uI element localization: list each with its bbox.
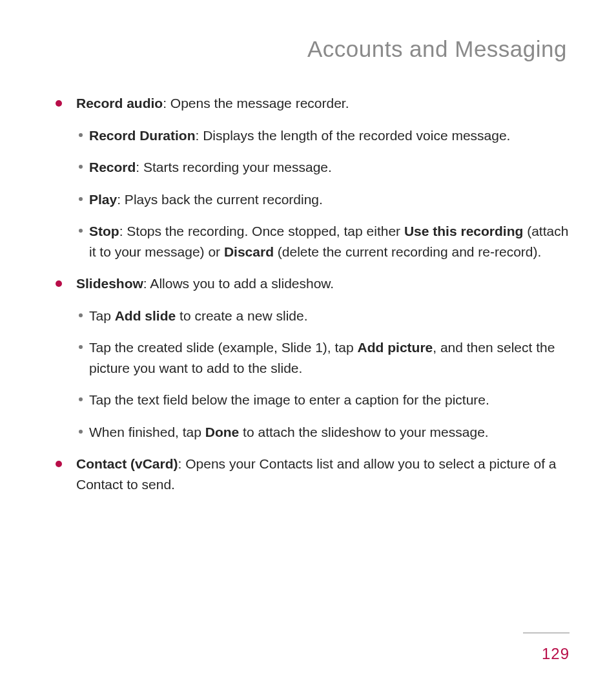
sub-text: : Plays back the current recording.: [117, 192, 323, 207]
sub-list-item: Record Duration: Displays the length of …: [76, 125, 571, 146]
sub-text-bold: Done: [205, 425, 240, 439]
sub-text-bold: Add picture: [358, 340, 433, 355]
sub-text-part: When finished, tap: [89, 425, 205, 439]
sub-lead: Stop: [89, 224, 119, 238]
page-title: Accounts and Messaging: [45, 36, 571, 62]
footer-rule: [523, 633, 570, 633]
sub-list-item: Tap the text field below the image to en…: [76, 390, 571, 410]
sub-text-part: to create a new slide.: [176, 308, 307, 323]
sub-text-bold: Use this recording: [404, 224, 523, 238]
sub-list-item: Stop: Stops the recording. Once stopped,…: [76, 221, 571, 262]
sub-text-part: (delete the current recording and re-rec…: [274, 244, 541, 259]
item-text: : Opens the message recorder.: [163, 96, 349, 110]
sub-text: : Starts recording your message.: [136, 160, 331, 174]
sub-list-item: Tap Add slide to create a new slide.: [76, 306, 571, 326]
sub-text-part: Tap the text field below the image to en…: [89, 392, 489, 407]
sub-list-item: Tap the created slide (example, Slide 1)…: [76, 337, 571, 378]
sub-text-bold: Add slide: [115, 308, 176, 323]
sub-list: Tap Add slide to create a new slide. Tap…: [76, 306, 571, 443]
sub-lead: Record Duration: [89, 128, 196, 143]
page-number: 129: [542, 645, 570, 663]
item-text: : Allows you to add a slideshow.: [143, 276, 334, 291]
list-item: Record audio: Opens the message recorder…: [63, 93, 571, 262]
item-lead: Record audio: [76, 96, 163, 110]
document-page: Accounts and Messaging Record audio: Ope…: [0, 0, 616, 494]
sub-list-item: Play: Plays back the current recording.: [76, 189, 571, 210]
sub-list-item: Record: Starts recording your message.: [76, 157, 571, 178]
sub-list-item: When finished, tap Done to attach the sl…: [76, 422, 571, 443]
sub-text: : Displays the length of the recorded vo…: [196, 128, 511, 143]
item-lead: Slideshow: [76, 276, 143, 291]
sub-text-part: Tap the created slide (example, Slide 1)…: [89, 340, 358, 355]
sub-lead: Play: [89, 192, 117, 207]
sub-list: Record Duration: Displays the length of …: [76, 125, 571, 262]
sub-text-bold: Discard: [224, 244, 274, 259]
item-lead: Contact (vCard): [76, 456, 178, 471]
sub-text-part: Tap: [89, 308, 115, 323]
sub-text-part: to attach the slideshow to your message.: [239, 425, 488, 439]
list-item: Slideshow: Allows you to add a slideshow…: [63, 273, 571, 442]
list-item: Contact (vCard): Opens your Contacts lis…: [63, 454, 571, 494]
sub-text-part: : Stops the recording. Once stopped, tap…: [119, 224, 404, 238]
sub-lead: Record: [89, 160, 136, 174]
body-content: Record audio: Opens the message recorder…: [45, 93, 571, 494]
